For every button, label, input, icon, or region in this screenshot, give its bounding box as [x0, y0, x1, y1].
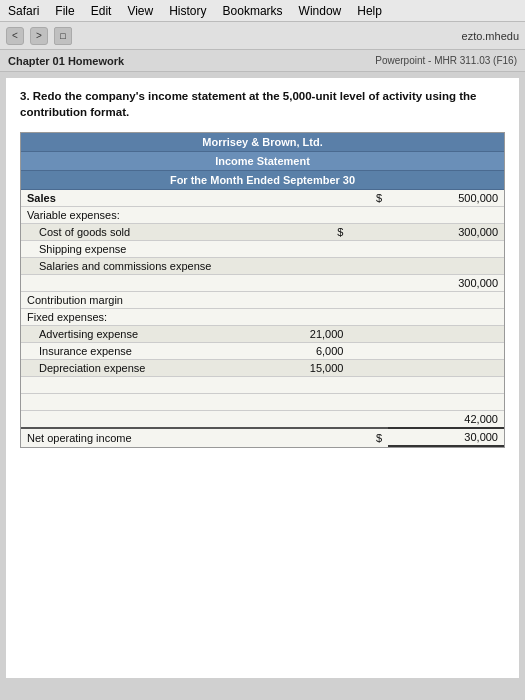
menu-view[interactable]: View — [119, 2, 161, 20]
net-income-dollar: $ — [349, 428, 388, 446]
menu-file[interactable]: File — [47, 2, 82, 20]
menu-history[interactable]: History — [161, 2, 214, 20]
depreciation-amount: 15,000 — [272, 360, 349, 377]
cogs-mid-dollar — [349, 224, 388, 241]
table-row: Depreciation expense 15,000 — [21, 360, 504, 377]
table-row: Salaries and commissions expense — [21, 258, 504, 275]
income-statement: Morrisey & Brown, Ltd. Income Statement … — [20, 132, 505, 448]
content-area: 3. Redo the company's income statement a… — [6, 78, 519, 678]
menu-bookmarks[interactable]: Bookmarks — [215, 2, 291, 20]
net-income-amount: 30,000 — [388, 428, 504, 446]
url-display: ezto.mhedu — [462, 30, 519, 42]
sales-label: Sales — [21, 190, 272, 207]
statement-table: Sales $ 500,000 Variable expenses: Cost … — [21, 190, 504, 447]
tab-right-label: Powerpoint - MHR 311.03 (F16) — [375, 55, 517, 66]
menu-safari[interactable]: Safari — [0, 2, 47, 20]
depreciation-label: Depreciation expense — [21, 360, 272, 377]
table-row — [21, 377, 504, 394]
salaries-label: Salaries and commissions expense — [21, 258, 272, 275]
table-row: Fixed expenses: — [21, 309, 504, 326]
statement-title: Income Statement — [21, 152, 504, 171]
tab-bar: Chapter 01 Homework Powerpoint - MHR 311… — [0, 50, 525, 72]
table-row: Shipping expense — [21, 241, 504, 258]
cogs-dollar: $ — [272, 224, 349, 241]
advertising-amount: 21,000 — [272, 326, 349, 343]
table-row: Cost of goods sold $ 300,000 — [21, 224, 504, 241]
statement-period: For the Month Ended September 30 — [21, 171, 504, 190]
fixed-label: Fixed expenses: — [21, 309, 272, 326]
variable-total: 300,000 — [388, 275, 504, 292]
insurance-amount: 6,000 — [272, 343, 349, 360]
menu-help[interactable]: Help — [349, 2, 390, 20]
menu-window[interactable]: Window — [291, 2, 350, 20]
table-row: 42,000 — [21, 411, 504, 429]
sales-amount: 500,000 — [388, 190, 504, 207]
table-row: Contribution margin — [21, 292, 504, 309]
window-button[interactable]: □ — [54, 27, 72, 45]
sales-dollar: $ — [349, 190, 388, 207]
question-text: 3. Redo the company's income statement a… — [20, 88, 505, 120]
net-income-label: Net operating income — [21, 428, 272, 446]
sales-mid — [272, 190, 349, 207]
browser-chrome: < > □ ezto.mhedu — [0, 22, 525, 50]
table-row: Advertising expense 21,000 — [21, 326, 504, 343]
advertising-label: Advertising expense — [21, 326, 272, 343]
table-row — [21, 394, 504, 411]
table-row: Insurance expense 6,000 — [21, 343, 504, 360]
variable-label: Variable expenses: — [21, 207, 272, 224]
table-row: Net operating income $ 30,000 — [21, 428, 504, 446]
contribution-label: Contribution margin — [21, 292, 272, 309]
table-row: Variable expenses: — [21, 207, 504, 224]
table-row: Sales $ 500,000 — [21, 190, 504, 207]
forward-button[interactable]: > — [30, 27, 48, 45]
table-row: 300,000 — [21, 275, 504, 292]
menu-edit[interactable]: Edit — [83, 2, 120, 20]
fixed-total: 42,000 — [388, 411, 504, 429]
insurance-label: Insurance expense — [21, 343, 272, 360]
statement-company: Morrisey & Brown, Ltd. — [21, 133, 504, 152]
cogs-label: Cost of goods sold — [21, 224, 272, 241]
cogs-amount: 300,000 — [388, 224, 504, 241]
menu-bar: Safari File Edit View History Bookmarks … — [0, 0, 525, 22]
shipping-label: Shipping expense — [21, 241, 272, 258]
back-button[interactable]: < — [6, 27, 24, 45]
tab-label[interactable]: Chapter 01 Homework — [8, 55, 124, 67]
